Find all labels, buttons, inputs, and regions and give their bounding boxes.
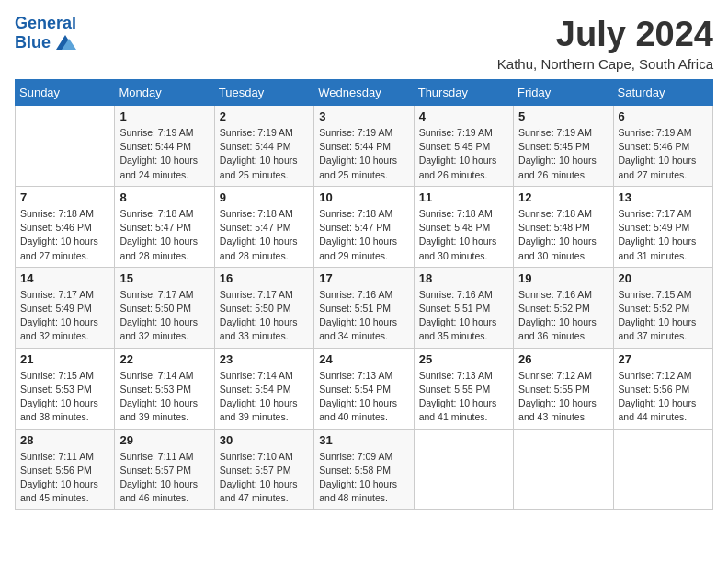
day-number: 3 — [319, 109, 408, 123]
day-number: 19 — [518, 271, 608, 285]
week-row-0: 1Sunrise: 7:19 AMSunset: 5:44 PMDaylight… — [16, 106, 713, 187]
day-number: 24 — [319, 352, 408, 366]
day-detail: Sunrise: 7:15 AMSunset: 5:52 PMDaylight:… — [619, 288, 708, 344]
day-detail: Sunrise: 7:19 AMSunset: 5:45 PMDaylight:… — [518, 126, 608, 182]
day-detail: Sunrise: 7:10 AMSunset: 5:57 PMDaylight:… — [220, 450, 309, 506]
day-number: 1 — [119, 109, 209, 123]
day-cell: 24Sunrise: 7:13 AMSunset: 5:54 PMDayligh… — [314, 348, 414, 429]
day-cell: 23Sunrise: 7:14 AMSunset: 5:54 PMDayligh… — [214, 348, 313, 429]
day-cell: 20Sunrise: 7:15 AMSunset: 5:52 PMDayligh… — [613, 267, 712, 348]
week-row-4: 28Sunrise: 7:11 AMSunset: 5:56 PMDayligh… — [16, 429, 713, 510]
day-cell: 27Sunrise: 7:12 AMSunset: 5:56 PMDayligh… — [613, 348, 712, 429]
day-number: 21 — [20, 352, 109, 366]
day-cell: 3Sunrise: 7:19 AMSunset: 5:44 PMDaylight… — [314, 106, 414, 187]
day-detail: Sunrise: 7:18 AMSunset: 5:47 PMDaylight:… — [220, 207, 309, 263]
day-number: 13 — [619, 190, 708, 204]
day-number: 7 — [20, 190, 109, 204]
day-detail: Sunrise: 7:17 AMSunset: 5:49 PMDaylight:… — [20, 288, 109, 344]
col-header-thursday: Thursday — [414, 80, 513, 106]
col-header-friday: Friday — [514, 80, 613, 106]
day-number: 15 — [119, 271, 209, 285]
day-cell: 25Sunrise: 7:13 AMSunset: 5:55 PMDayligh… — [414, 348, 513, 429]
day-detail: Sunrise: 7:18 AMSunset: 5:48 PMDaylight:… — [518, 207, 608, 263]
day-cell: 26Sunrise: 7:12 AMSunset: 5:55 PMDayligh… — [514, 348, 613, 429]
calendar-header: SundayMondayTuesdayWednesdayThursdayFrid… — [16, 80, 713, 106]
day-number: 14 — [20, 271, 109, 285]
day-cell: 9Sunrise: 7:18 AMSunset: 5:47 PMDaylight… — [214, 186, 313, 267]
day-detail: Sunrise: 7:17 AMSunset: 5:49 PMDaylight:… — [619, 207, 708, 263]
day-cell: 15Sunrise: 7:17 AMSunset: 5:50 PMDayligh… — [115, 267, 214, 348]
day-number: 29 — [119, 433, 209, 447]
day-cell: 2Sunrise: 7:19 AMSunset: 5:44 PMDaylight… — [214, 106, 313, 187]
calendar-body: 1Sunrise: 7:19 AMSunset: 5:44 PMDaylight… — [16, 106, 713, 510]
day-cell: 18Sunrise: 7:16 AMSunset: 5:51 PMDayligh… — [414, 267, 513, 348]
day-number: 4 — [419, 109, 508, 123]
col-header-monday: Monday — [115, 80, 214, 106]
day-detail: Sunrise: 7:13 AMSunset: 5:55 PMDaylight:… — [419, 369, 508, 425]
day-number: 28 — [20, 433, 109, 447]
day-cell: 6Sunrise: 7:19 AMSunset: 5:46 PMDaylight… — [613, 106, 712, 187]
day-number: 27 — [619, 352, 708, 366]
day-cell: 17Sunrise: 7:16 AMSunset: 5:51 PMDayligh… — [314, 267, 414, 348]
day-detail: Sunrise: 7:18 AMSunset: 5:47 PMDaylight:… — [319, 207, 408, 263]
day-detail: Sunrise: 7:13 AMSunset: 5:54 PMDaylight:… — [319, 369, 408, 425]
day-detail: Sunrise: 7:16 AMSunset: 5:52 PMDaylight:… — [518, 288, 608, 344]
day-number: 26 — [518, 352, 608, 366]
day-cell: 1Sunrise: 7:19 AMSunset: 5:44 PMDaylight… — [115, 106, 214, 187]
logo: General Blue — [15, 15, 78, 53]
col-header-sunday: Sunday — [16, 80, 115, 106]
day-detail: Sunrise: 7:19 AMSunset: 5:45 PMDaylight:… — [419, 126, 508, 182]
day-number: 18 — [419, 271, 508, 285]
day-cell: 16Sunrise: 7:17 AMSunset: 5:50 PMDayligh… — [214, 267, 313, 348]
day-detail: Sunrise: 7:14 AMSunset: 5:53 PMDaylight:… — [119, 369, 209, 425]
header-row: SundayMondayTuesdayWednesdayThursdayFrid… — [16, 80, 713, 106]
day-detail: Sunrise: 7:19 AMSunset: 5:44 PMDaylight:… — [220, 126, 309, 182]
logo-general: General — [15, 14, 76, 32]
day-cell: 14Sunrise: 7:17 AMSunset: 5:49 PMDayligh… — [16, 267, 115, 348]
col-header-wednesday: Wednesday — [314, 80, 414, 106]
page-header: General Blue July 2024 Kathu, Northern C… — [15, 15, 713, 72]
col-header-tuesday: Tuesday — [214, 80, 313, 106]
day-detail: Sunrise: 7:09 AMSunset: 5:58 PMDaylight:… — [319, 450, 408, 506]
day-cell: 4Sunrise: 7:19 AMSunset: 5:45 PMDaylight… — [414, 106, 513, 187]
logo-icon — [52, 33, 78, 53]
day-detail: Sunrise: 7:16 AMSunset: 5:51 PMDaylight:… — [419, 288, 508, 344]
location: Kathu, Northern Cape, South Africa — [497, 56, 713, 72]
week-row-1: 7Sunrise: 7:18 AMSunset: 5:46 PMDaylight… — [16, 186, 713, 267]
day-number: 20 — [619, 271, 708, 285]
day-detail: Sunrise: 7:11 AMSunset: 5:57 PMDaylight:… — [119, 450, 209, 506]
day-number: 23 — [220, 352, 309, 366]
day-detail: Sunrise: 7:15 AMSunset: 5:53 PMDaylight:… — [20, 369, 109, 425]
day-number: 10 — [319, 190, 408, 204]
day-cell — [514, 429, 613, 510]
week-row-2: 14Sunrise: 7:17 AMSunset: 5:49 PMDayligh… — [16, 267, 713, 348]
day-detail: Sunrise: 7:18 AMSunset: 5:48 PMDaylight:… — [419, 207, 508, 263]
col-header-saturday: Saturday — [613, 80, 712, 106]
day-number: 25 — [419, 352, 508, 366]
day-number: 16 — [220, 271, 309, 285]
day-detail: Sunrise: 7:19 AMSunset: 5:44 PMDaylight:… — [319, 126, 408, 182]
day-detail: Sunrise: 7:18 AMSunset: 5:46 PMDaylight:… — [20, 207, 109, 263]
day-cell: 29Sunrise: 7:11 AMSunset: 5:57 PMDayligh… — [115, 429, 214, 510]
day-detail: Sunrise: 7:16 AMSunset: 5:51 PMDaylight:… — [319, 288, 408, 344]
day-cell — [613, 429, 712, 510]
day-cell: 22Sunrise: 7:14 AMSunset: 5:53 PMDayligh… — [115, 348, 214, 429]
day-number: 11 — [419, 190, 508, 204]
day-number: 8 — [119, 190, 209, 204]
day-number: 9 — [220, 190, 309, 204]
title-block: July 2024 Kathu, Northern Cape, South Af… — [497, 15, 713, 72]
week-row-3: 21Sunrise: 7:15 AMSunset: 5:53 PMDayligh… — [16, 348, 713, 429]
day-cell: 31Sunrise: 7:09 AMSunset: 5:58 PMDayligh… — [314, 429, 414, 510]
day-number: 22 — [119, 352, 209, 366]
day-cell: 19Sunrise: 7:16 AMSunset: 5:52 PMDayligh… — [514, 267, 613, 348]
day-cell: 30Sunrise: 7:10 AMSunset: 5:57 PMDayligh… — [214, 429, 313, 510]
day-number: 5 — [518, 109, 608, 123]
day-number: 31 — [319, 433, 408, 447]
day-detail: Sunrise: 7:18 AMSunset: 5:47 PMDaylight:… — [119, 207, 209, 263]
day-cell: 12Sunrise: 7:18 AMSunset: 5:48 PMDayligh… — [514, 186, 613, 267]
day-detail: Sunrise: 7:12 AMSunset: 5:56 PMDaylight:… — [619, 369, 708, 425]
day-detail: Sunrise: 7:17 AMSunset: 5:50 PMDaylight:… — [220, 288, 309, 344]
day-detail: Sunrise: 7:11 AMSunset: 5:56 PMDaylight:… — [20, 450, 109, 506]
month-title: July 2024 — [497, 15, 713, 54]
day-cell: 7Sunrise: 7:18 AMSunset: 5:46 PMDaylight… — [16, 186, 115, 267]
